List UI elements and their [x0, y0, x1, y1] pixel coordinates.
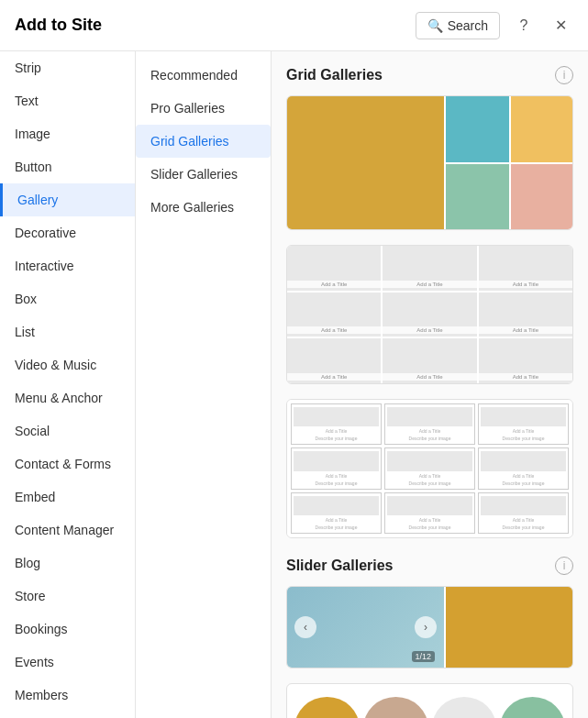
- grid-galleries-title: Grid Galleries: [286, 67, 383, 83]
- slider-gallery-preview-1[interactable]: ‹ › 1/12: [286, 586, 573, 668]
- help-button[interactable]: ?: [511, 13, 537, 39]
- sidebar-item-store[interactable]: Store: [0, 580, 135, 613]
- sidebar-item-content-manager[interactable]: Content Manager: [0, 514, 135, 547]
- gallery-cell: Add a Title: [479, 293, 572, 337]
- mid-nav-recommended[interactable]: Recommended: [136, 59, 271, 92]
- sidebar-item-menu-anchor[interactable]: Menu & Anchor: [0, 381, 135, 414]
- gallery-cell: Add a Title: [287, 293, 381, 337]
- sidebar-item-members[interactable]: Members: [0, 679, 135, 712]
- outlined-cell: Add a Title Describe your image: [384, 447, 475, 489]
- round-cell: [363, 697, 428, 719]
- slider-side-image: [446, 587, 573, 668]
- slider-galleries-header: Slider Galleries i: [286, 557, 573, 575]
- mid-nav: Recommended Pro Galleries Grid Galleries…: [136, 51, 272, 718]
- outlined-cell: Add a Title Describe your image: [291, 492, 382, 534]
- outlined-cell: Add a Title Describe your image: [478, 492, 569, 534]
- slider-galleries-title: Slider Galleries: [286, 558, 394, 574]
- sidebar-item-bookings[interactable]: Bookings: [0, 613, 135, 646]
- round-cell: [294, 697, 360, 719]
- slider-galleries-section: Slider Galleries i ‹ › 1/12: [286, 557, 573, 718]
- grid-galleries-info-icon[interactable]: i: [555, 66, 573, 84]
- outlined-grid: Add a Title Describe your image Add a Ti…: [287, 400, 572, 537]
- header: Add to Site 🔍 Search ? ✕: [0, 0, 588, 51]
- gallery-cell: Add a Title: [287, 246, 381, 291]
- gallery-cell: [511, 164, 573, 230]
- mid-nav-pro-galleries[interactable]: Pro Galleries: [136, 92, 271, 125]
- mid-nav-slider-galleries[interactable]: Slider Galleries: [136, 158, 271, 191]
- sidebar-item-contact-forms[interactable]: Contact & Forms: [0, 447, 135, 481]
- grid-galleries-header: Grid Galleries i: [286, 66, 573, 84]
- search-icon: 🔍: [427, 18, 443, 33]
- slider-counter: 1/12: [412, 651, 436, 662]
- sidebar-item-blog[interactable]: Blog: [0, 547, 135, 580]
- gallery-cell: Add a Title: [383, 246, 476, 291]
- sidebar-item-strip[interactable]: Strip: [0, 51, 135, 84]
- sidebar-item-box[interactable]: Box: [0, 282, 135, 315]
- mid-nav-more-galleries[interactable]: More Galleries: [136, 191, 271, 224]
- outlined-cell: Add a Title Describe your image: [291, 403, 382, 445]
- gallery-cell: [287, 96, 444, 229]
- outlined-cell: Add a Title Describe your image: [384, 403, 475, 445]
- gallery-cell: Add a Title: [383, 338, 476, 383]
- round-cell: [500, 697, 565, 719]
- grid-gallery-preview-1[interactable]: [286, 95, 573, 230]
- gallery-cell: [446, 164, 509, 230]
- sidebar-item-text[interactable]: Text: [0, 84, 135, 117]
- grid-gallery-preview-2[interactable]: Add a Title Add a Title Add a Title Add …: [286, 245, 573, 384]
- gallery-cell: [511, 96, 573, 162]
- gallery-cell: Add a Title: [383, 293, 476, 337]
- page-title: Add to Site: [15, 16, 102, 35]
- search-button[interactable]: 🔍 Search: [416, 12, 500, 39]
- outlined-cell: Add a Title Describe your image: [384, 492, 475, 534]
- sidebar-item-image[interactable]: Image: [0, 117, 135, 150]
- mid-nav-grid-galleries[interactable]: Grid Galleries: [136, 125, 271, 158]
- header-actions: 🔍 Search ? ✕: [416, 12, 573, 39]
- gallery-cell: [446, 96, 509, 162]
- sidebar-item-list[interactable]: List: [0, 315, 135, 348]
- gallery-cell: Add a Title: [287, 338, 381, 383]
- slider-right-arrow[interactable]: ›: [415, 616, 437, 638]
- close-button[interactable]: ✕: [548, 13, 573, 39]
- grid-gallery-preview-3[interactable]: Add a Title Describe your image Add a Ti…: [286, 399, 573, 538]
- slider-galleries-info-icon[interactable]: i: [555, 557, 573, 575]
- sidebar-item-events[interactable]: Events: [0, 646, 135, 679]
- sidebar-item-embed[interactable]: Embed: [0, 481, 135, 514]
- sidebar-item-video-music[interactable]: Video & Music: [0, 348, 135, 381]
- outlined-cell: Add a Title Describe your image: [478, 447, 569, 489]
- sidebar-item-gallery[interactable]: Gallery: [0, 183, 135, 216]
- body-layout: Strip Text Image Button Gallery Decorati…: [0, 51, 588, 718]
- slider-left-arrow[interactable]: ‹: [294, 616, 316, 638]
- sidebar-item-social[interactable]: Social: [0, 414, 135, 447]
- slider-gallery-preview-2[interactable]: [286, 683, 573, 718]
- sidebar-item-decorative[interactable]: Decorative: [0, 216, 135, 249]
- gallery-cell: Add a Title: [479, 246, 572, 291]
- main-content: Grid Galleries i: [272, 51, 588, 718]
- sidebar-item-interactive[interactable]: Interactive: [0, 249, 135, 282]
- gallery-cell: Add a Title: [479, 338, 572, 383]
- round-gallery-grid: [287, 684, 572, 718]
- sidebar: Strip Text Image Button Gallery Decorati…: [0, 51, 136, 718]
- sidebar-item-button[interactable]: Button: [0, 150, 135, 183]
- round-cell: [432, 697, 497, 719]
- outlined-cell: Add a Title Describe your image: [291, 447, 382, 489]
- outlined-cell: Add a Title Describe your image: [478, 403, 569, 445]
- search-label: Search: [448, 18, 488, 33]
- grid-galleries-section: Grid Galleries i: [286, 66, 573, 538]
